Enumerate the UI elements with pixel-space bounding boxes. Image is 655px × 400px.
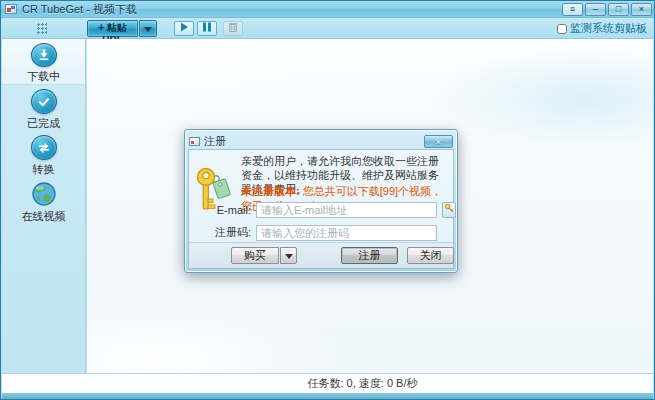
convert-icon xyxy=(31,135,57,160)
check-icon xyxy=(31,89,57,114)
dialog-title-bar: 注册 × xyxy=(188,133,454,149)
small-key-icon xyxy=(444,202,455,217)
sidebar-item-label: 下载中 xyxy=(27,69,60,84)
sidebar: 下载中 已完成 转换 在线视频 xyxy=(2,39,86,373)
code-row: 注册码: xyxy=(189,224,453,241)
clipboard-checkbox-label: 监测系统剪贴板 xyxy=(570,21,647,36)
window-menu-button[interactable]: ≡ xyxy=(562,3,583,16)
trash-icon xyxy=(227,21,239,36)
status-bar: 任务数: 0, 速度: 0 B/秒 xyxy=(2,373,653,393)
sidebar-item-label: 已完成 xyxy=(27,116,60,131)
key-request-button[interactable] xyxy=(442,202,456,218)
play-icon xyxy=(178,21,190,36)
chevron-down-icon xyxy=(144,27,152,32)
paste-url-button[interactable]: + 粘贴URL xyxy=(87,20,138,37)
maximize-button[interactable]: □ xyxy=(608,3,629,16)
pause-download-button[interactable] xyxy=(197,21,217,36)
code-label: 注册码: xyxy=(189,225,251,240)
sidebar-item-downloading[interactable]: 下载中 xyxy=(2,39,85,85)
sidebar-item-online-video[interactable]: 在线视频 xyxy=(2,177,85,223)
chevron-down-icon xyxy=(285,254,293,259)
status-text: 任务数: 0, 速度: 0 B/秒 xyxy=(237,376,417,391)
toolbar-grip-icon xyxy=(37,23,47,35)
close-dialog-button[interactable]: 关闭 xyxy=(407,247,454,264)
email-row: E-mail: xyxy=(189,201,453,218)
pause-icon xyxy=(201,21,213,36)
sidebar-item-convert[interactable]: 转换 xyxy=(2,131,85,177)
sidebar-item-label: 转换 xyxy=(33,162,55,177)
app-icon xyxy=(5,4,17,14)
dialog-button-bar: 购买 注册 关闭 xyxy=(189,242,453,268)
title-bar: CR TubeGet - 视频下载 ≡ – □ × xyxy=(1,1,654,18)
sidebar-item-completed[interactable]: 已完成 xyxy=(2,85,85,131)
dialog-icon xyxy=(189,137,200,146)
toolbar: + 粘贴URL 监测系统剪贴板 xyxy=(2,18,653,39)
window-title: CR TubeGet - 视频下载 xyxy=(22,2,137,17)
warning-prefix: 未注册版本: xyxy=(241,185,303,197)
dialog-body: 亲爱的用户，请允许我向您收取一些注册资金，以维持功能升级、维护及网站服务器流量费… xyxy=(188,149,454,269)
register-button[interactable]: 注册 xyxy=(341,247,398,264)
delete-task-button[interactable] xyxy=(223,21,243,36)
close-button[interactable]: × xyxy=(631,3,652,16)
download-icon xyxy=(31,43,57,67)
clipboard-checkbox[interactable] xyxy=(557,24,567,34)
window-bottom-frame xyxy=(2,393,653,399)
buy-dropdown-button[interactable] xyxy=(280,247,297,264)
dialog-close-icon[interactable]: × xyxy=(424,135,453,148)
clipboard-monitor-toggle[interactable]: 监测系统剪贴板 xyxy=(557,21,647,36)
start-download-button[interactable] xyxy=(174,21,194,36)
email-label: E-mail: xyxy=(189,204,251,216)
app-window: CR TubeGet - 视频下载 ≡ – □ × + 粘贴URL 监测系统剪贴… xyxy=(0,0,655,400)
buy-button[interactable]: 购买 xyxy=(231,247,279,264)
minimize-button[interactable]: – xyxy=(585,3,606,16)
paste-url-dropdown-button[interactable] xyxy=(139,20,157,37)
dialog-title: 注册 xyxy=(204,134,424,149)
email-input[interactable] xyxy=(256,202,437,218)
register-dialog: 注册 × 亲爱的用户，请允许我向您收取一些注册资金，以维持功能升 xyxy=(184,129,458,273)
registration-code-input[interactable] xyxy=(256,225,437,241)
window-controls: ≡ – □ × xyxy=(562,3,652,16)
sidebar-item-label: 在线视频 xyxy=(22,209,66,224)
globe-icon xyxy=(31,181,57,207)
